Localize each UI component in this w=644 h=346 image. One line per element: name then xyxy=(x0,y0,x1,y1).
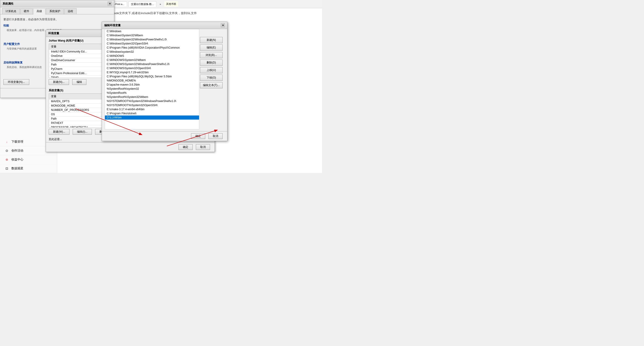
sidebar-item-revenue[interactable]: ⊗ 收益中心 xyxy=(0,155,57,164)
envvar-title: 环境变量 xyxy=(48,31,59,35)
edit-envvar-ok-btn[interactable]: 确定 xyxy=(191,133,205,139)
user-edit-btn[interactable]: 编辑 xyxy=(72,79,86,85)
path-item[interactable]: D:\LLVM\bin xyxy=(105,116,199,120)
edit-movedown-btn[interactable]: 下移(O) xyxy=(200,75,222,81)
edit-envvar-close-btn[interactable]: ✕ xyxy=(221,23,225,27)
path-item[interactable]: E:\cmake-3.17.4-win64-x64\bin xyxy=(105,107,199,111)
path-item[interactable]: C:\Windows\System32\Wbem xyxy=(105,33,199,37)
path-item[interactable]: %SystemRoot%\system32 xyxy=(105,87,199,91)
edit-new-btn[interactable]: 新建(N) xyxy=(200,37,222,43)
path-item[interactable]: E:\MYSQL\mysql-5.7.29-win32\bin xyxy=(105,70,199,74)
envvar-btn[interactable]: 环境变量(N)... xyxy=(4,79,29,85)
section-performance-title: 性能 xyxy=(4,24,111,28)
tab-transport[interactable]: 交通出行数据集-数... xyxy=(128,1,156,7)
tab-computername[interactable]: 计算机名 xyxy=(2,8,20,14)
edit-envvar-btns: 新建(N) 编辑(E) 浏览(B)... 删除(D) 上移(U) 下移(O) 编… xyxy=(198,37,224,88)
path-item[interactable]: %SystemRoot% xyxy=(105,91,199,95)
edit-envvar-list[interactable]: C:\WindowsC:\Windows\System32\WbemC:\Win… xyxy=(105,29,199,129)
path-item[interactable]: C:\Program Files (x86)\NVIDIA Corporatio… xyxy=(105,46,199,50)
path-item[interactable]: D:\apache-maven-3.6.3\bin xyxy=(105,83,199,87)
path-item[interactable]: C:\Windows\system32 xyxy=(105,50,199,54)
path-item[interactable]: C:\WINDOWS xyxy=(105,54,199,58)
edit-envvar-title-bar: 编辑环境变量 ✕ xyxy=(102,22,227,29)
path-item[interactable]: C:\WINDOWS\System32\Wbem xyxy=(105,58,199,62)
edit-envvar-footer: 确定 取消 xyxy=(102,131,227,141)
sysprop-title: 系统属性 xyxy=(2,2,14,6)
path-item[interactable]: %SYSTEMROOT%\System32\WindowsPowerShell\… xyxy=(105,99,199,103)
sys-new-btn[interactable]: 新建(W)... xyxy=(49,129,70,135)
path-item[interactable]: C:\Program Files\dotnet\ xyxy=(105,111,199,116)
data-icon: ⊡ xyxy=(4,167,9,170)
user-new-btn[interactable]: 新建(N)... xyxy=(49,79,69,85)
tab-remote[interactable]: 远程 xyxy=(64,8,76,14)
path-item[interactable]: %MONGODB_HOME% xyxy=(105,79,199,83)
envvar-footer: 确定 取消 xyxy=(46,142,214,152)
envvar-cancel-btn[interactable]: 取消 xyxy=(196,144,210,150)
path-item[interactable]: %SystemRoot%\System32\Wbem xyxy=(105,95,199,99)
tab-sysprotect[interactable]: 系统保护 xyxy=(46,8,64,14)
tab-more[interactable]: » xyxy=(158,2,163,6)
edit-envvar-title: 编辑环境变量 xyxy=(104,23,121,27)
path-item[interactable]: C:\Program Files (x86)\MySQL\MySQL Serve… xyxy=(105,74,199,79)
path-item[interactable]: C:\WINDOWS\System32\WindowsPowerShell\v1… xyxy=(105,62,199,66)
sysprop-desc: 要进行大多数更改，你必须作为管理员登录。 xyxy=(4,17,111,21)
sidebar-create-label: 创作活动 xyxy=(12,149,23,153)
path-item[interactable]: C:\Windows\System32\OpenSSH\ xyxy=(105,41,199,46)
path-item[interactable]: %SYSTEMROOT%\System32\OpenSSH\ xyxy=(105,103,199,107)
edit-moveup-btn[interactable]: 上移(U) xyxy=(200,67,222,73)
sysprop-close-btn[interactable]: ✕ xyxy=(108,1,112,6)
sidebar-data-label: 数据观星 xyxy=(12,166,23,171)
tab-advanced[interactable]: 高级 xyxy=(33,8,46,14)
tab-bookmarks[interactable]: 其他书签 xyxy=(164,1,178,7)
edit-envvar-cancel-btn[interactable]: 取消 xyxy=(208,133,222,139)
create-icon: ⊙ xyxy=(4,149,9,153)
sidebar-download-label: 下载管理 xyxy=(12,140,23,144)
edit-delete-btn[interactable]: 删除(D) xyxy=(200,60,222,66)
sysprop-tabs: 计算机名 硬件 高级 系统保护 远程 xyxy=(0,7,114,14)
revenue-icon: ⊗ xyxy=(4,158,9,161)
path-item[interactable]: C:\Windows\System32\WindowsPowerShell\v1… xyxy=(105,37,199,41)
edit-envvar-dialog: 编辑环境变量 ✕ C:\WindowsC:\Windows\System32\W… xyxy=(102,22,228,141)
path-item[interactable]: C:\Windows xyxy=(105,29,199,33)
edit-text-btn[interactable]: 编辑文本(T)... xyxy=(200,82,222,88)
sidebar-item-data[interactable]: ⊡ 数据观星 xyxy=(0,164,57,173)
sysprop-title-bar: 系统属性 ✕ xyxy=(0,0,114,7)
path-item[interactable]: C:\WINDOWS\System32\OpenSSH\ xyxy=(105,66,199,70)
envvar-ok-btn[interactable]: 确定 xyxy=(178,144,193,150)
tab-hardware[interactable]: 硬件 xyxy=(20,8,33,14)
sidebar-revenue-label: 收益中心 xyxy=(12,158,23,162)
download-icon: ↓ xyxy=(4,140,9,144)
edit-browse-btn[interactable]: 浏览(B)... xyxy=(200,52,222,58)
sys-edit-btn[interactable]: 编辑(I)... xyxy=(73,129,92,135)
edit-edit-btn[interactable]: 编辑(E) xyxy=(200,44,222,51)
